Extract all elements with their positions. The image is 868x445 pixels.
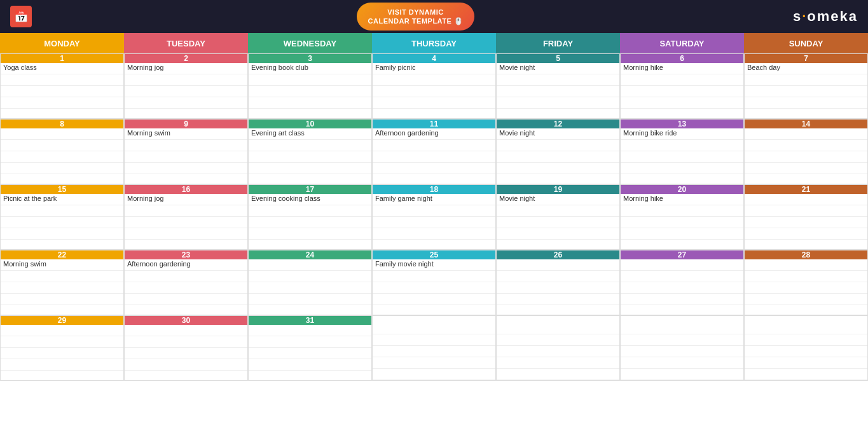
empty-line [249, 371, 371, 381]
empty-line [373, 174, 495, 184]
visit-dynamic-button[interactable]: VISIT DYNAMICCALENDAR TEMPLATE 🖱️ [357, 3, 475, 31]
empty-line [125, 174, 247, 184]
header-left: 📅 [10, 6, 38, 27]
empty-line [497, 346, 619, 357]
event-line-1: Beach day [745, 63, 867, 74]
event-line-1: Morning jog [125, 63, 247, 74]
empty-line [1, 371, 123, 381]
day-lines: Morning hike [621, 194, 743, 250]
empty-line [1, 109, 123, 119]
empty-line [249, 217, 371, 228]
empty-line [745, 174, 867, 184]
empty-line [373, 334, 495, 346]
day-cell-20: 20Morning hike [620, 184, 744, 250]
empty-line [621, 346, 743, 357]
empty-line [249, 294, 371, 305]
empty-line [249, 228, 371, 240]
day-header-wednesday: Wednesday [248, 33, 372, 53]
day-lines [621, 259, 743, 315]
empty-line [621, 357, 743, 369]
empty-line [745, 205, 867, 217]
day-number: 18 [373, 185, 495, 194]
empty-line [745, 271, 867, 282]
empty-line [1, 74, 123, 86]
day-lines: Afternoon gardening [373, 128, 495, 184]
day-number: 27 [621, 250, 743, 259]
empty-line [1, 348, 123, 359]
someka-logo: s·omeka [793, 8, 858, 25]
empty-line [373, 74, 495, 86]
event-line-1 [125, 325, 247, 336]
empty-line [249, 86, 371, 97]
empty-line [125, 294, 247, 305]
day-lines: Morning hike [621, 63, 743, 119]
day-header-thursday: Thursday [372, 33, 496, 53]
day-lines [373, 323, 495, 380]
empty-line [745, 334, 867, 346]
empty-line [125, 305, 247, 315]
event-line-1: Picnic at the park [1, 194, 123, 205]
empty-line [125, 271, 247, 282]
empty-line [621, 282, 743, 294]
event-line-1 [1, 128, 123, 140]
empty-line [621, 228, 743, 240]
empty-line [745, 294, 867, 305]
event-line-1 [1, 325, 123, 336]
empty-line [497, 97, 619, 109]
calendar-container: Monday Tuesday Wednesday Thursday Friday… [0, 33, 868, 445]
empty-line [497, 174, 619, 184]
empty-line [125, 348, 247, 359]
empty-line [249, 163, 371, 174]
empty-line [249, 140, 371, 151]
event-line-1: Evening art class [249, 128, 371, 140]
empty-line [621, 151, 743, 163]
empty-line [249, 97, 371, 109]
empty-line [373, 140, 495, 151]
empty-line [249, 271, 371, 282]
empty-line [621, 369, 743, 380]
empty-line [249, 348, 371, 359]
day-header-saturday: Saturday [620, 33, 744, 53]
event-line-1 [745, 194, 867, 205]
empty-line [373, 228, 495, 240]
day-number: 19 [497, 185, 619, 194]
day-number: 6 [621, 54, 743, 63]
day-cell-29: 29 [0, 315, 124, 381]
day-lines: Morning bike ride [621, 128, 743, 184]
day-number: 13 [621, 120, 743, 128]
day-lines [1, 325, 123, 381]
day-lines: Morning jog [125, 194, 247, 250]
event-line-1 [249, 325, 371, 336]
day-cell-14: 14 [744, 119, 868, 184]
empty-line [373, 357, 495, 369]
day-number: 23 [125, 250, 247, 259]
day-lines [125, 325, 247, 381]
event-line-1: Evening book club [249, 63, 371, 74]
calendar-grid: 1Yoga class2Morning jog3Evening book clu… [0, 53, 868, 445]
empty-line [621, 163, 743, 174]
empty-line [1, 97, 123, 109]
day-header-tuesday: Tuesday [124, 33, 248, 53]
day-cell-10: 10Evening art class [248, 119, 372, 184]
event-line-1: Morning hike [621, 63, 743, 74]
empty-line [497, 240, 619, 250]
event-line-1: Movie night [497, 194, 619, 205]
day-number: 20 [621, 185, 743, 194]
day-lines [745, 194, 867, 250]
day-number: 4 [373, 54, 495, 63]
empty-line [497, 294, 619, 305]
day-cell-24: 24 [248, 250, 372, 315]
empty-line [1, 282, 123, 294]
day-cell-21: 21 [744, 184, 868, 250]
empty-line [1, 151, 123, 163]
empty-line [249, 74, 371, 86]
event-line-1: Afternoon gardening [373, 128, 495, 140]
empty-line [497, 282, 619, 294]
day-number: 31 [249, 316, 371, 325]
day-cell-1: 1Yoga class [0, 53, 124, 119]
day-lines: Morning swim [1, 259, 123, 315]
empty-line [497, 86, 619, 97]
empty-line [249, 174, 371, 184]
empty-line [373, 294, 495, 305]
day-lines: Picnic at the park [1, 194, 123, 250]
